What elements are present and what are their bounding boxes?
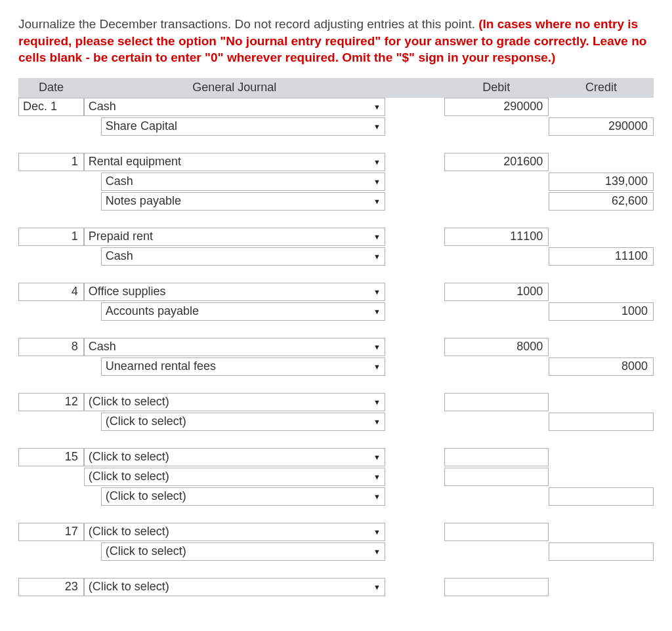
date-cell: Dec. 1 [18, 98, 84, 116]
date-cell: 23 [18, 578, 84, 596]
header-credit: Credit [549, 78, 654, 98]
header-debit: Debit [444, 78, 549, 98]
debit-input[interactable]: 1000 [444, 283, 549, 301]
account-select-label: Notes payable [106, 194, 181, 208]
account-select-label: Cash [106, 174, 133, 188]
account-select-label: (Click to select) [89, 525, 169, 539]
date-cell: 1 [18, 153, 84, 171]
chevron-down-icon: ▼ [373, 123, 381, 131]
debit-input[interactable]: 290000 [444, 98, 549, 116]
credit-input[interactable]: 11100 [549, 247, 654, 266]
instructions-plain: Journalize the December transactions. Do… [18, 17, 478, 31]
account-select-label: (Click to select) [106, 415, 186, 428]
account-select-label: Cash [106, 249, 133, 263]
credit-input[interactable] [549, 487, 654, 506]
account-select-label: (Click to select) [89, 470, 169, 483]
account-select-label: Cash [89, 340, 116, 354]
account-select[interactable]: (Click to select)▼ [84, 448, 385, 466]
debit-input[interactable]: 11100 [444, 228, 549, 246]
credit-input[interactable] [549, 542, 654, 561]
debit-input[interactable] [444, 523, 549, 541]
chevron-down-icon: ▼ [373, 197, 381, 205]
date-cell: 4 [18, 283, 84, 301]
chevron-down-icon: ▼ [373, 253, 381, 260]
debit-input[interactable]: 201600 [444, 153, 549, 171]
account-select[interactable]: Notes payable▼ [101, 192, 385, 211]
header-date: Date [18, 78, 84, 98]
date-cell: 17 [18, 523, 84, 541]
account-select-label: Share Capital [106, 119, 177, 133]
account-select[interactable]: (Click to select)▼ [101, 487, 385, 506]
account-select[interactable]: (Click to select)▼ [101, 542, 385, 561]
account-select[interactable]: Cash▼ [84, 338, 385, 356]
account-select[interactable]: (Click to select)▼ [84, 468, 385, 486]
instructions: Journalize the December transactions. Do… [18, 16, 654, 66]
credit-input[interactable]: 8000 [549, 357, 654, 376]
credit-input[interactable]: 290000 [549, 117, 654, 136]
account-select-label: (Click to select) [89, 580, 169, 594]
account-select[interactable]: (Click to select)▼ [84, 578, 385, 596]
chevron-down-icon: ▼ [373, 398, 381, 406]
account-select[interactable]: (Click to select)▼ [84, 523, 385, 541]
chevron-down-icon: ▼ [373, 473, 381, 481]
chevron-down-icon: ▼ [373, 343, 381, 351]
debit-input[interactable] [444, 468, 549, 486]
chevron-down-icon: ▼ [373, 583, 381, 591]
account-select[interactable]: Accounts payable▼ [101, 302, 385, 321]
credit-input[interactable]: 139,000 [549, 173, 654, 191]
chevron-down-icon: ▼ [373, 548, 381, 556]
date-cell: 15 [18, 448, 84, 466]
account-select[interactable]: Share Capital▼ [101, 117, 385, 136]
account-select[interactable]: Cash▼ [101, 173, 385, 191]
account-select[interactable]: Prepaid rent▼ [84, 228, 385, 246]
date-cell: 8 [18, 338, 84, 356]
journal-table: DateGeneral JournalDebitCreditDec. 1Cash… [18, 78, 654, 613]
credit-input[interactable]: 62,600 [549, 192, 654, 211]
account-select-label: (Click to select) [89, 450, 169, 464]
debit-input[interactable] [444, 578, 549, 596]
date-cell: 1 [18, 228, 84, 246]
account-select-label: (Click to select) [106, 544, 186, 558]
account-select-label: (Click to select) [89, 395, 169, 409]
credit-input[interactable]: 1000 [549, 302, 654, 321]
header-general-journal: General Journal [84, 78, 385, 98]
credit-input[interactable] [549, 413, 654, 431]
account-select[interactable]: Unearned rental fees▼ [101, 357, 385, 376]
account-select[interactable]: Rental equipment▼ [84, 153, 385, 171]
chevron-down-icon: ▼ [373, 453, 381, 461]
account-select[interactable]: (Click to select)▼ [84, 393, 385, 411]
chevron-down-icon: ▼ [373, 288, 381, 296]
account-select[interactable]: Office supplies▼ [84, 283, 385, 301]
debit-input[interactable] [444, 448, 549, 466]
debit-input[interactable]: 8000 [444, 338, 549, 356]
chevron-down-icon: ▼ [373, 363, 381, 371]
chevron-down-icon: ▼ [373, 308, 381, 316]
account-select-label: Unearned rental fees [106, 359, 216, 373]
chevron-down-icon: ▼ [373, 158, 381, 166]
account-select-label: Cash [89, 100, 116, 113]
chevron-down-icon: ▼ [373, 103, 381, 111]
date-cell: 12 [18, 393, 84, 411]
account-select-label: Prepaid rent [89, 230, 153, 243]
account-select-label: Accounts payable [106, 304, 199, 318]
account-select-label: (Click to select) [106, 489, 186, 503]
account-select[interactable]: Cash▼ [101, 247, 385, 266]
account-select[interactable]: Cash▼ [84, 98, 385, 116]
chevron-down-icon: ▼ [373, 178, 381, 186]
chevron-down-icon: ▼ [373, 528, 381, 536]
account-select-label: Office supplies [89, 285, 166, 298]
chevron-down-icon: ▼ [373, 233, 381, 241]
account-select-label: Rental equipment [89, 155, 181, 169]
chevron-down-icon: ▼ [373, 418, 381, 426]
debit-input[interactable] [444, 393, 549, 411]
chevron-down-icon: ▼ [373, 493, 381, 500]
account-select[interactable]: (Click to select)▼ [101, 413, 385, 431]
